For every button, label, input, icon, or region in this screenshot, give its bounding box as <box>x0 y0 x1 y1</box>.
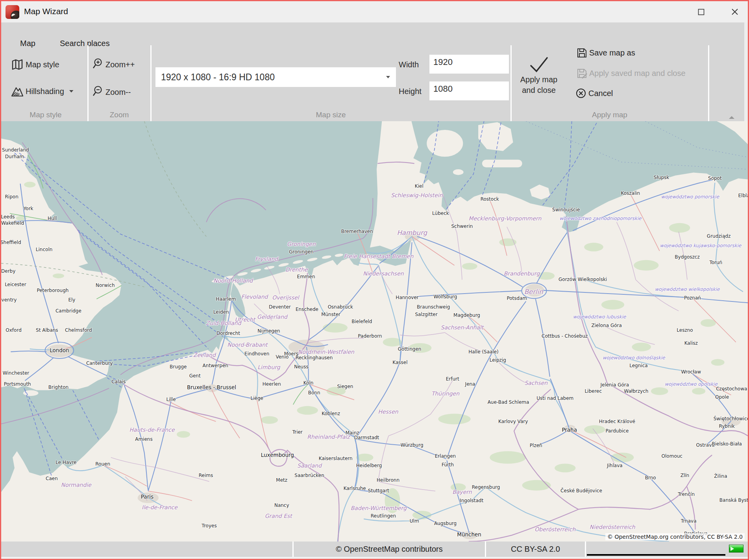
dropdown-caret-icon <box>386 76 390 79</box>
map-label: Zielona Góra <box>592 323 622 328</box>
group-label-zoom: Zoom <box>90 111 149 121</box>
map-label: Peterborough <box>37 288 68 293</box>
map-label: Drenthe <box>285 266 308 273</box>
map-viewport[interactable]: SunderlandDurhamRiponYorkLeedsWakefieldH… <box>1 121 748 542</box>
map-label: Olomouc <box>662 453 682 459</box>
map-label: Magdeburg <box>453 312 480 318</box>
map-label: Limburg <box>257 364 280 370</box>
bottom-strip <box>1 557 748 559</box>
map-label: Lübeck <box>432 211 449 216</box>
zoom-in-button[interactable]: Zoom++ <box>92 58 135 71</box>
save-edit-icon-disabled <box>576 68 587 79</box>
width-input[interactable] <box>429 55 509 74</box>
map-label: Kaiserslautern <box>319 456 353 461</box>
map-label: Göttingen <box>398 346 422 352</box>
window-title: Map Wizard <box>24 7 68 16</box>
map-label: Hannover <box>396 295 418 300</box>
map-label: Bremerhaven <box>341 229 373 234</box>
map-label: Sopot <box>708 176 722 181</box>
map-label: Nijmegen <box>257 328 280 334</box>
map-label: Troyes <box>202 523 216 529</box>
map-label: Ingolstadt <box>460 498 483 503</box>
apply-saved-map-button[interactable]: Apply saved map and close <box>576 68 686 79</box>
tab-map[interactable]: Map <box>20 39 35 51</box>
map-label: Paderborn <box>358 333 382 339</box>
apply-map-and-close-button[interactable]: Apply map and close <box>515 55 562 96</box>
map-label: York <box>24 206 33 211</box>
map-label: Amiens <box>135 436 152 442</box>
width-label: Width <box>399 60 419 69</box>
map-label: Oxford <box>6 327 21 333</box>
map-label: Leszno <box>677 327 693 333</box>
map-label: Würzburg <box>401 442 424 448</box>
zoom-out-button[interactable]: Zoom-- <box>92 85 131 99</box>
map-label: Sheffield <box>1 240 21 245</box>
map-label: Heerlen <box>263 381 281 387</box>
map-label: Salzgitter <box>415 312 437 317</box>
map-label: Dordrecht <box>216 331 240 336</box>
map-label: Trnava <box>681 518 697 524</box>
map-label: Reutlingen <box>371 513 396 519</box>
map-label: województwo zachodniopomorskie <box>559 216 642 221</box>
map-label: Neuss <box>294 364 308 370</box>
map-label: Koszalin <box>621 190 640 196</box>
map-label: Lille <box>166 397 176 402</box>
collapse-ribbon-button[interactable] <box>729 114 735 121</box>
map-label: Erlangen <box>435 453 456 459</box>
map-label: Žilina <box>714 473 727 479</box>
map-label: Rybnik <box>719 423 735 429</box>
map-label: Ely <box>68 297 75 303</box>
map-label: Eindhoven <box>244 351 269 357</box>
map-label: Banská Bystrica <box>719 497 748 503</box>
size-preset-dropdown[interactable]: 1920 x 1080 - 16:9 HD 1080 <box>155 67 396 87</box>
tab-search-places[interactable]: Search places <box>60 39 110 51</box>
map-label: Moers <box>284 351 298 357</box>
map-label: Erfurt <box>446 376 459 382</box>
map-label: Elbląg <box>738 193 748 198</box>
map-label: Leicester <box>5 282 26 287</box>
cancel-icon <box>575 88 586 99</box>
map-label: Regensburg <box>472 484 500 490</box>
map-label: województwo kujawsko-pomorskie <box>660 243 742 248</box>
map-label: Nordrhein-Westfalen <box>298 349 354 355</box>
map-label: Caen <box>46 476 58 481</box>
map-label: Augsburg <box>434 521 457 526</box>
map-label: Leiden <box>213 309 229 315</box>
height-input[interactable] <box>429 81 509 100</box>
map-label: Baden-Württemberg <box>351 505 407 511</box>
map-label: Mecklenburg-Vorpommern <box>469 215 542 222</box>
map-style-button[interactable]: Map style <box>11 58 59 71</box>
map-label: Flevoland <box>241 294 268 300</box>
group-label-map-size: Map size <box>153 111 509 121</box>
map-label: Reims <box>199 473 213 478</box>
map-label: województwo pomorskie <box>661 194 719 200</box>
hillshading-button[interactable]: Hillshading <box>11 85 74 98</box>
statusbar-license: CC BY-SA 2.0 <box>486 542 585 557</box>
map-label: Deventer <box>269 304 291 310</box>
map-label: Bayern <box>452 489 472 495</box>
map-label: Wałbrzych <box>624 388 648 394</box>
map-label: Kalisz <box>684 340 698 346</box>
map-attribution: © OpenStreetMap.org contributors, CC BY-… <box>605 533 745 540</box>
map-label: Groningen <box>289 249 313 255</box>
map-label: Winchester <box>3 370 29 376</box>
map-label: Overijssel <box>272 294 299 301</box>
status-led-icon <box>729 545 743 553</box>
map-label: Wolfsburg <box>434 294 457 299</box>
save-map-as-button[interactable]: Save map as <box>576 47 635 58</box>
map-label: Świnoujście <box>552 207 580 213</box>
map-label: Brno <box>645 475 656 481</box>
map-label: Noord-Holland <box>213 277 253 284</box>
map-label: Koblenz <box>322 411 340 416</box>
map-label: Karlsruhe <box>344 486 366 491</box>
map-label: Trier <box>292 429 303 435</box>
map-label: St Albans <box>36 327 58 333</box>
map-label: Sunderland <box>2 147 29 153</box>
map-label: Normandie <box>61 482 91 488</box>
close-button[interactable] <box>722 1 747 22</box>
cancel-button[interactable]: Cancel <box>575 88 613 99</box>
map-label: Fürth <box>442 462 454 468</box>
maximize-button[interactable] <box>688 1 714 22</box>
map-label: województwo opolskie <box>665 381 718 387</box>
progress-bar <box>587 554 725 556</box>
